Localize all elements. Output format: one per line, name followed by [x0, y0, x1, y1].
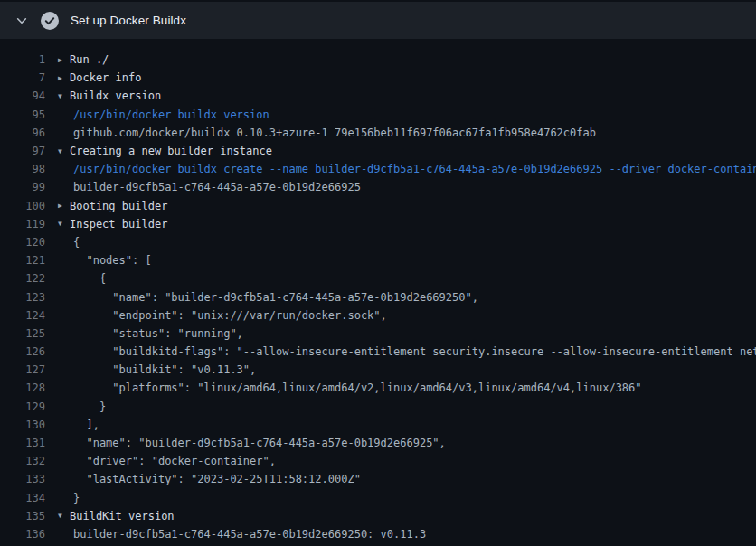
log-line: 128 "platforms": "linux/amd64,linux/amd6…	[0, 379, 756, 397]
log-line[interactable]: 7▶Docker info	[0, 69, 756, 87]
log-output-text: "name": "builder-d9cfb5a1-c764-445a-a57e…	[73, 437, 446, 449]
line-number[interactable]: 131	[0, 437, 45, 449]
log-line: 125 "status": "running",	[0, 325, 756, 343]
line-number[interactable]: 94	[0, 89, 45, 102]
log-output-text: "platforms": "linux/amd64,linux/amd64/v2…	[73, 381, 642, 394]
line-number[interactable]: 132	[0, 455, 45, 467]
line-number[interactable]: 134	[0, 492, 45, 504]
log-group-title: Booting builder	[70, 200, 167, 212]
group-expanded-arrow-icon[interactable]: ▼	[58, 147, 70, 155]
group-collapsed-arrow-icon[interactable]: ▶	[58, 56, 70, 64]
log-line: 126 "buildkitd-flags": "--allow-insecure…	[0, 343, 756, 361]
log-output-text: builder-d9cfb5a1-c764-445a-a57e-0b19d2e6…	[73, 528, 426, 541]
log-line: 123 "name": "builder-d9cfb5a1-c764-445a-…	[0, 287, 756, 306]
log-line: 132 "driver": "docker-container",	[0, 452, 756, 470]
log-output-text: "buildkitd-flags": "--allow-insecure-ent…	[73, 345, 756, 358]
line-number[interactable]: 7	[0, 71, 45, 84]
log-output-text: "nodes": [	[73, 254, 152, 267]
log-line: 129 }	[0, 398, 756, 416]
line-number[interactable]: 128	[0, 381, 45, 394]
log-group-title: Inspect builder	[70, 218, 167, 231]
group-expanded-arrow-icon[interactable]: ▼	[58, 92, 70, 100]
line-number[interactable]: 99	[0, 181, 45, 193]
log-output-text: ],	[73, 419, 99, 431]
log-group-title: Creating a new builder instance	[70, 145, 272, 157]
line-number[interactable]: 96	[0, 127, 45, 139]
group-collapsed-arrow-icon[interactable]: ▶	[58, 202, 70, 210]
line-number[interactable]: 136	[0, 528, 45, 541]
log-line: 127 "buildkit": "v0.11.3",	[0, 361, 756, 379]
line-number[interactable]: 98	[0, 163, 45, 175]
log-output-text: "buildkit": "v0.11.3",	[73, 363, 256, 376]
line-number[interactable]: 124	[0, 309, 45, 322]
line-number[interactable]: 126	[0, 345, 45, 358]
log-line: 134}	[0, 489, 756, 507]
line-number[interactable]: 135	[0, 510, 45, 522]
log-output-text: "status": "running",	[73, 327, 243, 340]
log-line: 122 {	[0, 269, 756, 287]
log-output-text: "name": "builder-d9cfb5a1-c764-445a-a57e…	[73, 291, 478, 304]
log-line: 95/usr/bin/docker buildx version	[0, 106, 756, 124]
line-number[interactable]: 121	[0, 254, 45, 267]
log-line[interactable]: 100▶Booting builder	[0, 197, 756, 215]
log-command-text: /usr/bin/docker buildx version	[73, 108, 269, 121]
log-line[interactable]: 119▼Inspect builder	[0, 215, 756, 233]
line-number[interactable]: 125	[0, 327, 45, 340]
log-line: 136builder-d9cfb5a1-c764-445a-a57e-0b19d…	[0, 525, 756, 543]
group-collapsed-arrow-icon[interactable]: ▶	[58, 74, 70, 82]
log-group-title: Run ./	[70, 53, 109, 66]
chevron-down-icon[interactable]	[14, 14, 29, 28]
log-output-text: builder-d9cfb5a1-c764-445a-a57e-0b19d2e6…	[73, 181, 361, 193]
log-output-text: github.com/docker/buildx 0.10.3+azure-1 …	[73, 127, 596, 139]
line-number[interactable]: 100	[0, 200, 45, 212]
log-output-text: {	[73, 236, 80, 249]
check-circle-icon	[41, 12, 59, 30]
line-number[interactable]: 97	[0, 145, 45, 157]
log-line: 98/usr/bin/docker buildx create --name b…	[0, 160, 756, 178]
line-number[interactable]: 120	[0, 236, 45, 249]
log-line: 96github.com/docker/buildx 0.10.3+azure-…	[0, 124, 756, 142]
log-line: 99builder-d9cfb5a1-c764-445a-a57e-0b19d2…	[0, 178, 756, 196]
log-output-text: {	[73, 272, 106, 285]
log-line[interactable]: 94▼Buildx version	[0, 87, 756, 105]
group-expanded-arrow-icon[interactable]: ▼	[58, 220, 70, 228]
line-number[interactable]: 130	[0, 419, 45, 431]
log-output-text: }	[73, 492, 80, 504]
line-number[interactable]: 122	[0, 272, 45, 285]
line-number[interactable]: 119	[0, 218, 45, 231]
log-line: 120{	[0, 233, 756, 251]
log-group-title: Docker info	[70, 71, 141, 84]
step-title: Set up Docker Buildx	[71, 14, 186, 27]
group-expanded-arrow-icon[interactable]: ▼	[58, 512, 70, 520]
log-line: 130 ],	[0, 416, 756, 434]
log-group-title: BuildKit version	[70, 510, 175, 522]
line-number[interactable]: 123	[0, 291, 45, 304]
log-line[interactable]: 1▶Run ./	[0, 51, 756, 69]
log-line[interactable]: 135▼BuildKit version	[0, 507, 756, 525]
log-line[interactable]: 97▼Creating a new builder instance	[0, 142, 756, 160]
actions-log-viewer: Set up Docker Buildx 1▶Run ./7▶Docker in…	[0, 0, 756, 546]
log-line: 124 "endpoint": "unix:///var/run/docker.…	[0, 306, 756, 325]
log-line: 133 "lastActivity": "2023-02-25T11:58:12…	[0, 470, 756, 488]
line-number[interactable]: 95	[0, 108, 45, 121]
log-body: 1▶Run ./7▶Docker info94▼Buildx version95…	[0, 39, 756, 543]
line-number[interactable]: 133	[0, 473, 45, 485]
log-output-text: "lastActivity": "2023-02-25T11:58:12.000…	[73, 473, 361, 485]
log-output-text: "driver": "docker-container",	[73, 455, 276, 467]
log-output-text: "endpoint": "unix:///var/run/docker.sock…	[73, 309, 387, 322]
line-number[interactable]: 127	[0, 363, 45, 376]
line-number[interactable]: 129	[0, 400, 45, 413]
log-command-text: /usr/bin/docker buildx create --name bui…	[73, 163, 756, 175]
step-header[interactable]: Set up Docker Buildx	[0, 2, 756, 39]
log-line: 121 "nodes": [	[0, 251, 756, 269]
log-line: 131 "name": "builder-d9cfb5a1-c764-445a-…	[0, 434, 756, 452]
line-number[interactable]: 1	[0, 53, 45, 66]
log-output-text: }	[73, 400, 106, 413]
log-group-title: Buildx version	[70, 89, 161, 102]
